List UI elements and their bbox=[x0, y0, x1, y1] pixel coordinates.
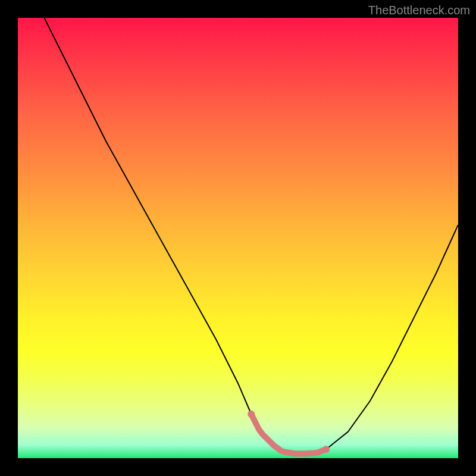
bottleneck-curve bbox=[44, 18, 458, 454]
highlight-start-dot bbox=[248, 411, 255, 418]
highlight-end-dot bbox=[322, 446, 330, 453]
highlight-segment bbox=[251, 414, 326, 454]
watermark-text: TheBottleneck.com bbox=[368, 4, 470, 17]
curve-svg bbox=[18, 18, 458, 458]
plot-area bbox=[18, 18, 458, 458]
